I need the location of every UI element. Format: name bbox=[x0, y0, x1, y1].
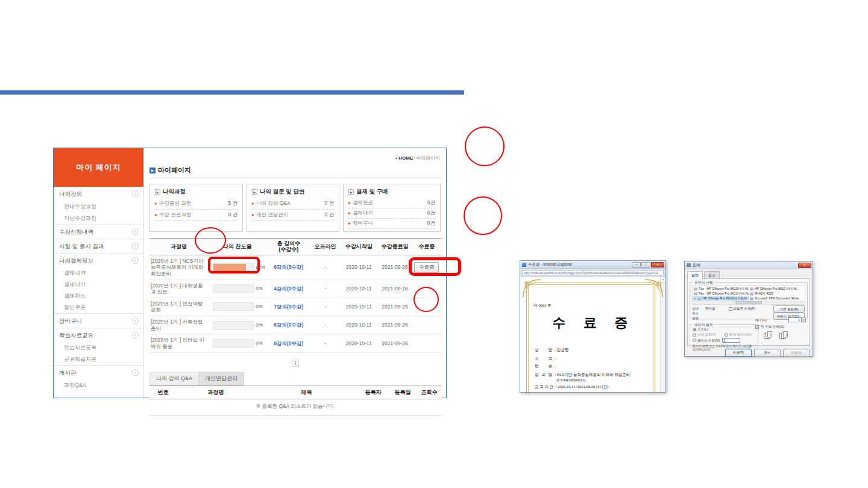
sidebar-menu: 나의강의 현재수강과정 지난수강과정 수강신청내역 시험 및 응시 결과 나의결… bbox=[54, 187, 143, 391]
annotation-rect-progress-bar bbox=[208, 257, 260, 274]
sidebar-item-board[interactable]: 게시판 bbox=[54, 365, 143, 380]
lectures-link[interactable]: 7강의(0수강) bbox=[274, 304, 303, 310]
printer-item[interactable]: Fax - HP Officejet Pro 8610 (네트워크) bbox=[693, 291, 749, 296]
tab-my-lecture-qna[interactable]: 나의 강의 Q&A bbox=[149, 372, 199, 386]
printer-icon bbox=[694, 287, 697, 290]
col-start-date: 수강시작일 bbox=[340, 239, 378, 255]
frame-ornament-top-right bbox=[644, 278, 664, 298]
sidebar-item-material-register[interactable]: 학습자료등록 bbox=[54, 342, 143, 354]
cancel-button[interactable]: 취소 bbox=[754, 349, 781, 357]
lectures-link[interactable]: 6강의(0수강) bbox=[274, 322, 303, 328]
ie-favicon bbox=[522, 263, 526, 267]
presentation-slide: 마이 페이지 나의강의 현재수강과정 지난수강과정 수강신청내역 시험 및 응시… bbox=[0, 0, 868, 488]
sidebar-item-payment-pending[interactable]: 결제대기 bbox=[54, 279, 143, 290]
url-field[interactable]: http://mskuwi.jobdbit.co.kr/MyPage.cmd?c… bbox=[522, 270, 664, 275]
progress-cell: 0% bbox=[209, 302, 265, 311]
spinner-icon[interactable]: ▲▼ bbox=[802, 318, 806, 322]
window-titlebar[interactable]: 수료증 - Internet Explorer — ▢ ✕ bbox=[520, 261, 665, 269]
summary-row[interactable]: 장바구니0건 bbox=[348, 219, 435, 229]
summary-row[interactable]: 개인 면담관리0 건 bbox=[252, 210, 334, 221]
printer-icon bbox=[697, 297, 701, 300]
qna-tabs: 나의 강의 Q&A 개인면담관리 bbox=[149, 372, 441, 386]
sidebar-item-discount-coupon[interactable]: 할인쿠폰 bbox=[54, 302, 143, 313]
sidebar-item-payment-info[interactable]: 나의결제정보 bbox=[54, 253, 143, 267]
summary-row[interactable]: 수강중인 과정5 건 bbox=[155, 198, 237, 210]
lectures-link[interactable]: 6강의(5수강) bbox=[274, 264, 303, 270]
course-name: [2020년 1기 ] 대학생활과 진로 bbox=[149, 280, 208, 298]
sidebar-item-cart[interactable]: 장바구니 bbox=[54, 313, 143, 328]
box-arrow-icon bbox=[348, 189, 354, 195]
summary-boxes: 나의과정 수강중인 과정5 건 수강 완료과정0 건 나의 질문 및 답변 나의… bbox=[149, 184, 441, 232]
printer-item[interactable]: Microsoft XPS Document Write.. bbox=[749, 296, 805, 301]
maximize-button[interactable]: ▢ bbox=[641, 262, 650, 267]
minimize-button[interactable]: — bbox=[632, 262, 641, 267]
range-current-radio[interactable]: 현재 페이지(U) bbox=[725, 333, 755, 337]
window-title: 인쇄 bbox=[693, 263, 797, 268]
certificate-doc-number: 제-0001 호 bbox=[533, 303, 552, 308]
summary-row[interactable]: 나의 강의 Q&A0 건 bbox=[252, 198, 334, 210]
range-note: 페이지 번호 또는 5-12와 같이 페이지 범위를 입력하십시오. bbox=[693, 344, 755, 352]
printer-item[interactable]: Fax - HP Officejet Pro 8610(네트워크 복사 1) bbox=[693, 286, 749, 291]
main-content: HOME마이페이지 마이페이지 나의과정 수강중인 과정5 건 수강 완료과정0… bbox=[144, 148, 446, 398]
printer-item[interactable]: HP Officejet Pro 8610 (네트워.. bbox=[749, 286, 805, 291]
qna-table: 번호 과정명 제목 등록자 등록일 조회수 ※ 등록된 Q&A 리스트가 없습니… bbox=[149, 386, 441, 416]
scrollbar-thumb[interactable] bbox=[735, 301, 763, 304]
range-pages-radio[interactable]: 페이지 지정(G):1 bbox=[693, 338, 755, 343]
field-name: 성 명: 인생짱 bbox=[535, 348, 656, 353]
tab-general[interactable]: 일반 bbox=[687, 271, 703, 279]
field-training-period: 교 육 기 간: 2020.10.11~2021.09.26 (3시간) bbox=[535, 384, 656, 390]
course-name: [2020년 1기 ] 인턴십 이해와 활용 bbox=[149, 334, 208, 352]
tab-panel-general: 프린터 선택 Fax - HP Officejet Pro 8610(네트워크 … bbox=[687, 278, 810, 346]
comment-label: 설명: bbox=[692, 316, 705, 321]
sidebar-item-exam-results[interactable]: 시험 및 응시 결과 bbox=[54, 239, 143, 253]
chevron-circle-icon bbox=[132, 228, 139, 235]
summary-row[interactable]: 수강 완료과정0 건 bbox=[155, 210, 237, 221]
window-title: 수료증 - Internet Explorer bbox=[528, 262, 631, 267]
lectures-link[interactable]: 4강의(0수강) bbox=[274, 286, 303, 292]
sidebar-item-past-courses[interactable]: 지난수강과정 bbox=[54, 213, 143, 224]
address-bar: http://mskuwi.jobdbit.co.kr/MyPage.cmd?c… bbox=[520, 269, 665, 277]
lectures-link[interactable]: 8강의(0수강) bbox=[274, 340, 303, 346]
certificate-heading: 수 료 증 bbox=[520, 314, 660, 332]
preferences-button[interactable]: 기본 설정(R) bbox=[773, 305, 805, 313]
sidebar-item-material-share[interactable]: 학습자료공유 bbox=[54, 328, 143, 342]
checkbox-icon bbox=[755, 325, 759, 329]
range-selection-radio[interactable]: 선택 영역(T) bbox=[693, 333, 723, 337]
sidebar-item-course-qna[interactable]: 과정Q&A bbox=[54, 380, 143, 391]
tab-personal-counseling[interactable]: 개인면담관리 bbox=[199, 372, 244, 386]
printer-icon bbox=[694, 292, 697, 295]
apply-button[interactable]: 적용(A) bbox=[783, 349, 810, 357]
sidebar-item-enrollment-history[interactable]: 수강신청내역 bbox=[54, 224, 143, 239]
sidebar-item-my-lectures[interactable]: 나의강의 bbox=[54, 187, 143, 201]
status-label: 상태: bbox=[692, 307, 705, 311]
progress-bar bbox=[213, 339, 254, 348]
summary-row[interactable]: 결제완료0건 bbox=[348, 198, 435, 208]
printer-item-selected[interactable]: ✔HP Officejet Pro 8610(네트워크 복사 1) bbox=[693, 296, 749, 301]
sidebar-item-shared-materials[interactable]: 공유학습자료 bbox=[54, 354, 143, 365]
progress-bar bbox=[213, 321, 254, 330]
close-button[interactable]: ✕ bbox=[651, 262, 664, 267]
window-titlebar[interactable]: 인쇄 ✕ bbox=[685, 261, 813, 269]
page-number[interactable]: 1 bbox=[292, 360, 299, 367]
course-name: [2020년 1기 ] 면접역량강화 bbox=[149, 298, 208, 316]
range-all-radio[interactable]: 모두(L) bbox=[693, 327, 755, 331]
copies-input[interactable]: 1 bbox=[788, 318, 802, 322]
horizontal-scrollbar[interactable] bbox=[692, 301, 805, 305]
sidebar-item-payment-cancel[interactable]: 결제취소 bbox=[54, 290, 143, 302]
collate-checkbox[interactable]: 한 부씩 인쇄(O) bbox=[755, 325, 806, 329]
summary-row[interactable]: 결제대기0건 bbox=[348, 208, 435, 219]
radio-icon bbox=[725, 333, 728, 337]
printer-icon bbox=[750, 287, 753, 290]
print-to-file-checkbox[interactable]: 파일로 인쇄(F) bbox=[729, 307, 755, 311]
close-button[interactable]: ✕ bbox=[798, 263, 811, 268]
printer-item[interactable]: iR-ADV 4225 bbox=[749, 291, 805, 296]
sidebar-item-current-courses[interactable]: 현재수강과정 bbox=[54, 201, 143, 213]
page-range-input[interactable]: 1 bbox=[722, 338, 740, 343]
chevron-circle-icon bbox=[132, 318, 139, 324]
field-affiliation: 소 속: bbox=[535, 356, 656, 361]
course-row: [2020년 1기 ] NCS기반 능력중심채용의 이해와 취업준비 82% 6… bbox=[149, 255, 441, 280]
location-label: 위치: bbox=[692, 311, 705, 316]
breadcrumb[interactable]: HOME마이페이지 bbox=[395, 155, 440, 161]
box-title: 나의과정 bbox=[155, 188, 237, 196]
sidebar-item-payment-history[interactable]: 결제내역 bbox=[54, 267, 143, 279]
